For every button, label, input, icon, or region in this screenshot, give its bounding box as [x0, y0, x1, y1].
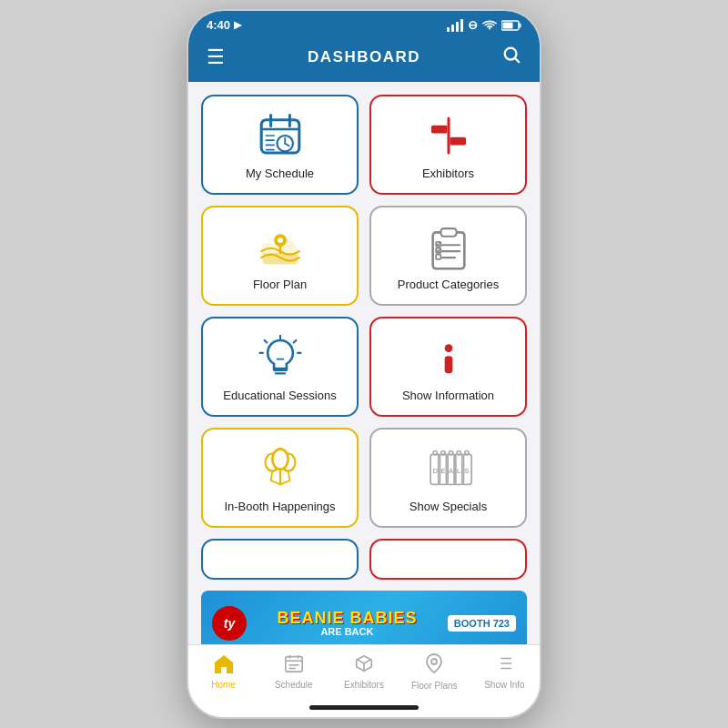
svg-point-62	[457, 450, 460, 454]
svg-text:S: S	[464, 467, 469, 475]
menu-button[interactable]: ☰	[207, 46, 227, 69]
svg-rect-2	[503, 22, 513, 28]
wifi-icon-svg	[482, 20, 497, 31]
page-title: DASHBOARD	[308, 48, 420, 66]
banner-main-text: BEANIE BABIES	[247, 610, 448, 626]
status-bar: 4:40 ▶ ⊖	[188, 11, 540, 35]
deals-icon: D E A L	[425, 445, 472, 492]
content-area: My Schedule Exhibitors	[188, 82, 540, 644]
tile-show-information-label: Show Information	[402, 389, 494, 404]
time-display: 4:40	[207, 18, 230, 32]
svg-point-53	[433, 450, 437, 454]
box-icon	[354, 653, 374, 677]
tile-educational-sessions-label: Educational Sessions	[223, 389, 336, 404]
nav-show-info-label: Show Info	[484, 680, 524, 690]
home-indicator	[309, 705, 419, 710]
nav-floor-plans[interactable]: Floor Plans	[399, 652, 470, 691]
svg-point-24	[277, 238, 282, 243]
battery-icon	[501, 20, 521, 31]
svg-point-65	[464, 450, 468, 454]
svg-text:A: A	[448, 467, 453, 475]
svg-rect-27	[440, 228, 456, 237]
home-icon	[213, 653, 235, 677]
svg-line-45	[270, 470, 272, 480]
svg-rect-1	[520, 23, 521, 27]
signal-icon	[447, 19, 463, 32]
banner-sub-text: ARE BACK	[247, 626, 448, 637]
svg-line-4	[515, 58, 519, 62]
list-icon	[494, 653, 514, 677]
partial-tile-row	[201, 539, 527, 580]
svg-line-37	[264, 339, 267, 342]
banner-text: BEANIE BABIES ARE BACK	[247, 610, 448, 637]
partial-tile-left	[201, 539, 359, 580]
svg-line-51	[280, 480, 289, 484]
advertisement-banner[interactable]: ty BEANIE BABIES ARE BACK BOOTH 723	[201, 591, 527, 644]
svg-rect-19	[430, 125, 446, 133]
nav-schedule-label: Schedule	[275, 680, 313, 690]
tile-show-specials[interactable]: D E A L	[369, 428, 527, 528]
info-icon	[425, 334, 472, 381]
tile-show-specials-label: Show Specials	[410, 500, 487, 515]
svg-point-74	[431, 659, 437, 664]
partial-tile-right	[369, 539, 527, 580]
home-indicator-bar	[188, 700, 540, 717]
tile-grid: My Schedule Exhibitors	[201, 95, 527, 528]
exhibitors-icon	[425, 112, 472, 159]
nav-home-label: Home	[211, 680, 236, 690]
status-icons: ⊖	[447, 18, 521, 32]
calendar-icon	[284, 653, 304, 677]
tile-floor-plan[interactable]: Floor Plan	[201, 206, 359, 306]
tile-exhibitors[interactable]: Exhibitors	[369, 95, 527, 195]
tile-educational-sessions[interactable]: Educational Sessions	[201, 317, 359, 417]
tile-in-booth-happenings-label: In-Booth Happenings	[224, 500, 335, 515]
balloons-icon	[257, 445, 304, 492]
tile-floor-plan-label: Floor Plan	[253, 278, 307, 293]
nav-exhibitors-label: Exhibitors	[344, 680, 384, 690]
svg-point-42	[444, 344, 452, 352]
svg-point-56	[440, 450, 444, 454]
svg-text:E: E	[440, 467, 445, 475]
nav-floor-plans-label: Floor Plans	[411, 681, 458, 691]
phone-container: 4:40 ▶ ⊖	[187, 9, 541, 719]
tile-show-information[interactable]: Show Information	[369, 317, 527, 417]
nav-home[interactable]: Home	[188, 653, 258, 690]
tile-my-schedule[interactable]: My Schedule	[201, 95, 359, 195]
search-button[interactable]	[501, 45, 521, 69]
svg-rect-67	[286, 657, 302, 672]
svg-text:D: D	[432, 467, 438, 475]
location-icon: ▶	[234, 19, 241, 31]
nav-exhibitors[interactable]: Exhibitors	[329, 653, 399, 690]
svg-rect-22	[450, 136, 465, 145]
tile-product-categories[interactable]: Product Categories	[369, 206, 527, 306]
app-header: ☰ DASHBOARD	[188, 35, 540, 82]
wifi-icon: ⊖	[468, 18, 478, 32]
tile-in-booth-happenings[interactable]: In-Booth Happenings	[201, 428, 359, 528]
location-icon	[425, 652, 443, 678]
nav-show-info[interactable]: Show Info	[470, 653, 540, 690]
tile-product-categories-label: Product Categories	[398, 278, 499, 293]
svg-line-38	[293, 339, 296, 342]
status-time-area: 4:40 ▶	[207, 18, 241, 32]
tile-exhibitors-label: Exhibitors	[422, 167, 474, 182]
svg-line-47	[288, 470, 289, 480]
svg-point-59	[449, 450, 452, 454]
products-icon	[425, 223, 472, 270]
svg-rect-43	[444, 356, 452, 373]
svg-line-50	[270, 480, 279, 484]
ty-logo: ty	[212, 606, 247, 641]
svg-text:L: L	[456, 467, 460, 475]
banner-booth: BOOTH 723	[448, 615, 516, 632]
svg-point-48	[272, 449, 288, 470]
bottom-navigation: Home Schedule	[188, 644, 540, 700]
schedule-icon	[257, 112, 304, 159]
tile-my-schedule-label: My Schedule	[246, 167, 314, 182]
svg-rect-33	[436, 254, 440, 258]
nav-schedule[interactable]: Schedule	[258, 653, 329, 690]
floorplan-icon	[257, 223, 304, 270]
education-icon	[257, 334, 304, 381]
